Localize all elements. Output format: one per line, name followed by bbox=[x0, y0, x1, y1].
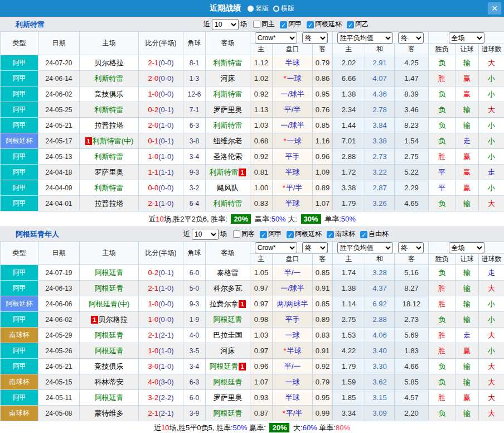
match-date: 24-05-25 bbox=[38, 102, 80, 118]
result-goals: 大 bbox=[479, 281, 504, 296]
result-wdl: 平 bbox=[429, 165, 455, 180]
recent-count-select[interactable]: 10 bbox=[192, 229, 219, 240]
col-date: 日期 bbox=[38, 242, 80, 265]
league-checkbox[interactable]: ✓ bbox=[327, 231, 334, 238]
home-team-cell: 竞技俱乐 bbox=[80, 359, 139, 374]
league-checkbox[interactable]: ✓ bbox=[280, 21, 287, 28]
col-home: 主场 bbox=[80, 32, 139, 55]
sub-res-goals: 进球数 bbox=[479, 44, 504, 55]
league-checkbox[interactable]: ✓ bbox=[307, 21, 314, 28]
goals-scope-select[interactable]: 全场 bbox=[449, 32, 484, 44]
league-type-cell: 阿甲 bbox=[1, 343, 38, 359]
ah-line-cell: 半球 bbox=[273, 55, 313, 71]
league-filter-group: ✓阿甲✓阿根廷杯✓阿乙 bbox=[275, 20, 369, 29]
layout-horizontal-label[interactable]: 横版 bbox=[281, 4, 294, 13]
league-type-cell: 阿甲 bbox=[1, 118, 38, 133]
goals-scope-select[interactable]: 全场 bbox=[449, 242, 484, 253]
summary-segment: 近 bbox=[154, 424, 161, 432]
result-goals: 小 bbox=[479, 86, 504, 102]
odds-away: 5.16 bbox=[395, 265, 429, 281]
result-wdl: 负 bbox=[429, 265, 455, 281]
result-goals: 大 bbox=[479, 359, 504, 374]
score-cell: 2-0(0-0) bbox=[139, 71, 183, 86]
league-checkbox[interactable]: ✓ bbox=[360, 231, 367, 238]
match-date: 24-04-09 bbox=[38, 180, 80, 196]
corner-cell: 6-4 bbox=[183, 196, 206, 211]
result-goals: 小 bbox=[479, 343, 504, 359]
stats-summary: 近10场,胜2平2负6, 胜率: 20% 赢率:50% 大: 30% 单率:50… bbox=[0, 211, 504, 227]
odds-draw: 3.15 bbox=[365, 390, 395, 406]
ah-line-text: 平手 bbox=[285, 315, 300, 324]
league-checkbox[interactable]: ✓ bbox=[287, 231, 294, 238]
league-checkbox[interactable]: ✓ bbox=[347, 21, 354, 28]
match-row: 阿甲24-06-13阿根廷青2-1(1-0)5-0科尔多瓦0.97一/球半0.9… bbox=[1, 281, 504, 296]
odds-home: 3.38 bbox=[333, 180, 365, 196]
odds-away: 5.22 bbox=[395, 165, 429, 180]
sub-ah-line: 盘口 bbox=[273, 44, 313, 55]
summary-segment: 大: bbox=[291, 424, 302, 432]
home-team-name: 阿根廷青 bbox=[95, 331, 124, 339]
home-team-cell: 蒙特维多 bbox=[80, 406, 139, 421]
ah-home-odds: 1.03 bbox=[250, 118, 273, 133]
summary-segment: 50% bbox=[341, 215, 356, 223]
fulltime-score: 0-0 bbox=[148, 184, 158, 192]
same-venue-checkbox[interactable] bbox=[253, 21, 260, 28]
result-wdl: 负 bbox=[429, 312, 455, 328]
odds-away: 2.20 bbox=[395, 406, 429, 421]
layout-vertical-label[interactable]: 竖版 bbox=[255, 4, 269, 13]
away-team-name: 罗萨里奥 bbox=[214, 105, 243, 114]
ah-away-odds: 0.85 bbox=[313, 296, 333, 312]
away-team-name: 河床 bbox=[221, 74, 235, 83]
home-team-name: 拉普拉塔 bbox=[95, 199, 124, 208]
result-wdl: 负 bbox=[429, 359, 455, 374]
corner-cell: 1-3 bbox=[183, 71, 206, 86]
corner-cell: 9-3 bbox=[183, 165, 206, 180]
away-team-cell: 飓风队 bbox=[206, 180, 250, 196]
home-team-name: 利斯特雷 bbox=[95, 152, 124, 161]
odds-time-select[interactable]: 终 bbox=[398, 242, 424, 253]
odds-time-select[interactable]: 终 bbox=[398, 32, 424, 44]
home-team-name: 阿根廷青 bbox=[95, 268, 124, 277]
odds-type-select[interactable]: 胜平负均值 bbox=[337, 32, 393, 44]
layout-horizontal-radio[interactable] bbox=[273, 6, 279, 12]
result-goals: 大 bbox=[479, 390, 504, 406]
same-venue-checkbox[interactable] bbox=[233, 230, 240, 238]
col-away: 客场 bbox=[206, 32, 250, 55]
away-team-name: 利斯特雷 bbox=[209, 168, 238, 176]
home-team-cell: 利斯特雷 bbox=[80, 149, 139, 165]
result-wdl: 胜 bbox=[429, 328, 455, 343]
league-label: 阿根廷杯 bbox=[315, 20, 342, 28]
result-goals: 大 bbox=[479, 196, 504, 211]
odds-draw: 3.26 bbox=[365, 196, 395, 211]
odds-away: 4.66 bbox=[395, 359, 429, 374]
match-date: 24-07-19 bbox=[38, 265, 80, 281]
scope-select-cell: 全场 bbox=[429, 242, 504, 254]
halftime-score: (0-0) bbox=[158, 90, 173, 98]
ah-time-select[interactable]: 终 bbox=[302, 32, 328, 44]
recent-count-select[interactable]: 10 bbox=[212, 19, 239, 30]
away-team-cell: 罗萨里奥 bbox=[206, 102, 250, 118]
ah-home-odds: 1.00 bbox=[250, 180, 273, 196]
ah-time-select[interactable]: 终 bbox=[302, 242, 328, 253]
result-goals: 小 bbox=[479, 149, 504, 165]
col-date: 日期 bbox=[38, 32, 80, 55]
ah-line-cell: 平/半 bbox=[273, 102, 313, 118]
odds-type-select[interactable]: 胜平负均值 bbox=[337, 242, 393, 253]
odds-draw: 4.36 bbox=[365, 86, 395, 102]
result-goals: 大 bbox=[479, 102, 504, 118]
fulltime-score: 0-2 bbox=[148, 105, 158, 114]
fulltime-score: 2-1 bbox=[148, 331, 158, 339]
corner-cell: 6-0 bbox=[183, 265, 206, 281]
away-team-name: 河床 bbox=[221, 347, 235, 355]
close-icon[interactable]: ✕ bbox=[488, 2, 501, 15]
league-checkbox[interactable]: ✓ bbox=[260, 231, 267, 238]
league-type-cell: 南球杯 bbox=[1, 328, 38, 343]
ah-company-select[interactable]: Crow* bbox=[255, 32, 297, 44]
home-team-name: 拉普拉塔 bbox=[95, 121, 124, 129]
ah-company-select[interactable]: Crow* bbox=[255, 242, 297, 253]
result-wdl: 负 bbox=[429, 406, 455, 421]
result-wdl: 平 bbox=[429, 180, 455, 196]
match-date: 24-04-18 bbox=[38, 165, 80, 180]
layout-vertical-radio[interactable] bbox=[248, 6, 254, 12]
score-cell: 2-1(2-1) bbox=[139, 328, 183, 343]
